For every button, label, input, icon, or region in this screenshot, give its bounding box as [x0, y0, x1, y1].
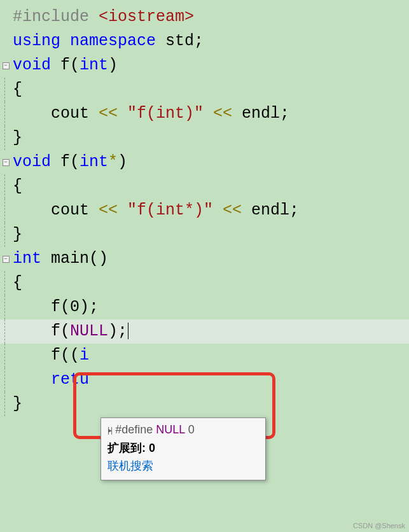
semicolon: ;: [280, 104, 289, 123]
indent-guide: [4, 271, 5, 295]
play-step-icon: |▸|: [107, 426, 111, 435]
semicolon: ;: [289, 201, 299, 220]
keyword-void: void: [13, 56, 51, 74]
operator: <<: [204, 104, 242, 123]
code-line[interactable]: #include <iostream>: [0, 5, 409, 29]
brace: }: [13, 395, 22, 413]
indent: [13, 298, 51, 316]
brace: {: [13, 274, 22, 292]
code-line[interactable]: {: [0, 271, 409, 295]
code-line[interactable]: }: [0, 126, 409, 150]
code-line-current[interactable]: f(NULL);: [0, 319, 409, 344]
operator: <<: [99, 104, 127, 123]
keyword-namespace: namespace: [60, 32, 156, 50]
brace: {: [13, 177, 22, 195]
code-line[interactable]: using namespace std;: [0, 29, 409, 53]
identifier: endl: [242, 104, 280, 123]
identifier: endl: [251, 201, 289, 220]
identifier: std;: [156, 32, 204, 50]
function-name: f: [51, 153, 70, 171]
macro-null: NULL: [70, 322, 108, 340]
parens: (): [89, 249, 108, 268]
indent: [13, 346, 51, 365]
code-line[interactable]: −void f(int): [0, 53, 409, 78]
indent-guide: [4, 223, 5, 247]
online-search-link[interactable]: 联机搜索: [107, 458, 259, 473]
fold-gutter[interactable]: −: [0, 53, 11, 78]
keyword-int: int: [80, 56, 108, 74]
code-line[interactable]: −void f(int*): [0, 150, 409, 174]
indent: [13, 322, 51, 340]
fold-minus-icon[interactable]: −: [3, 256, 10, 263]
tooltip-definition-row: |▸| #define NULL 0: [107, 423, 259, 437]
macro-name: NULL: [156, 423, 184, 436]
define-keyword: #define: [115, 423, 156, 436]
tooltip-expand-row: 扩展到: 0: [107, 440, 259, 456]
code-line[interactable]: cout << "f(int)" << endl;: [0, 102, 409, 126]
keyword-partial: i: [80, 346, 89, 365]
function-name: main: [41, 249, 89, 268]
keyword-partial: retu: [51, 370, 89, 389]
identifier: cout: [51, 104, 99, 123]
keyword-using: using: [13, 32, 60, 50]
paren: ): [108, 56, 118, 74]
code-line[interactable]: −int main(): [0, 247, 409, 271]
indent-guide: [4, 102, 5, 126]
indent-guide: [4, 174, 5, 199]
code-line[interactable]: }: [0, 223, 409, 247]
paren: (: [60, 322, 70, 340]
expand-value: 0: [149, 442, 155, 454]
expand-label: 扩展到:: [107, 442, 149, 454]
code-line[interactable]: {: [0, 78, 409, 102]
fold-minus-icon[interactable]: −: [3, 62, 10, 69]
function-call: f: [51, 322, 60, 340]
operator: <<: [213, 201, 251, 220]
indent-guide: [4, 78, 5, 102]
code-editor[interactable]: #include <iostream> using namespace std;…: [0, 0, 409, 416]
indent-guide: [4, 295, 5, 319]
fold-gutter[interactable]: −: [0, 247, 11, 271]
code-line[interactable]: cout << "f(int*)" << endl;: [0, 199, 409, 223]
fold-minus-icon[interactable]: −: [3, 159, 10, 166]
string-literal: "f(int*)": [127, 201, 213, 220]
include-header: <iostream>: [99, 8, 194, 26]
brace: }: [13, 129, 22, 147]
indent-guide: [4, 199, 5, 223]
keyword-void: void: [13, 153, 51, 171]
paren: ): [118, 153, 127, 171]
paren: ((: [60, 346, 80, 365]
indent: [13, 104, 51, 123]
macro-value: 0: [185, 423, 195, 436]
indent-guide: [4, 344, 5, 368]
code-line[interactable]: }: [0, 392, 409, 416]
code-line[interactable]: retu: [0, 368, 409, 392]
fold-gutter[interactable]: −: [0, 150, 11, 174]
call-args: (0);: [60, 298, 99, 316]
brace: }: [13, 225, 22, 244]
indent-guide: [4, 319, 5, 344]
keyword-int: int: [80, 153, 108, 171]
code-line[interactable]: f((i: [0, 344, 409, 368]
preproc-directive: #include: [13, 8, 99, 26]
intellisense-tooltip[interactable]: |▸| #define NULL 0 扩展到: 0 联机搜索: [101, 417, 266, 480]
indent: [13, 370, 51, 389]
brace: {: [13, 80, 22, 99]
indent-guide: [4, 368, 5, 392]
paren: (: [70, 56, 80, 74]
code-line[interactable]: f(0);: [0, 295, 409, 319]
function-call: f: [51, 346, 60, 365]
indent: [13, 201, 51, 220]
operator: *: [108, 153, 118, 171]
identifier: cout: [51, 201, 99, 220]
function-name: f: [51, 56, 70, 74]
string-literal: "f(int)": [127, 104, 204, 123]
keyword-int: int: [13, 249, 41, 268]
function-call: f: [51, 298, 60, 316]
indent-guide: [4, 392, 5, 416]
indent-guide: [4, 126, 5, 150]
watermark: CSDN @Shensk: [353, 522, 405, 529]
paren-close: );: [108, 322, 127, 340]
code-line[interactable]: {: [0, 174, 409, 199]
text-cursor: [128, 323, 128, 339]
paren: (: [70, 153, 80, 171]
